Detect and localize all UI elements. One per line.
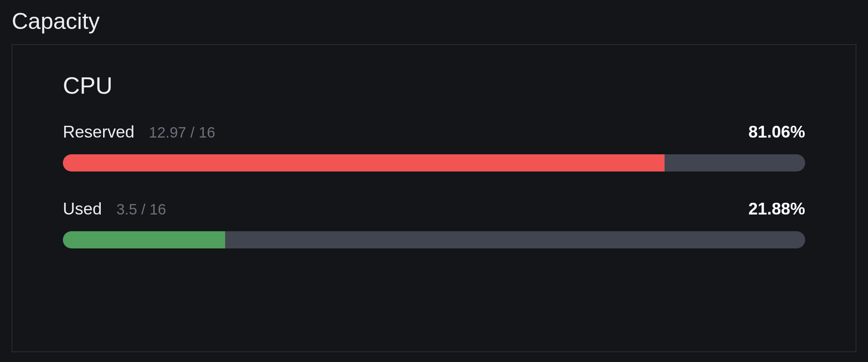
cpu-used-label: Used: [63, 200, 102, 219]
cpu-reserved-percent: 81.06%: [749, 123, 806, 142]
cpu-used-bar-fill: [63, 231, 225, 248]
cpu-reserved-row: Reserved 12.97 / 16 81.06%: [63, 123, 805, 171]
cpu-used-percent: 21.88%: [749, 200, 806, 219]
cpu-used-ratio: 3.5 / 16: [116, 201, 166, 218]
cpu-reserved-bar-fill: [63, 154, 665, 171]
resource-title-cpu: CPU: [63, 72, 805, 99]
cpu-reserved-bar-track: [63, 154, 805, 171]
cpu-used-row: Used 3.5 / 16 21.88%: [63, 200, 805, 248]
cpu-reserved-head-left: Reserved 12.97 / 16: [63, 123, 215, 142]
cpu-reserved-label: Reserved: [63, 123, 134, 142]
capacity-panel: CPU Reserved 12.97 / 16 81.06% Used 3.5 …: [12, 44, 856, 352]
cpu-used-head-left: Used 3.5 / 16: [63, 200, 166, 219]
cpu-used-bar-track: [63, 231, 805, 248]
cpu-reserved-ratio: 12.97 / 16: [149, 124, 215, 141]
cpu-reserved-head: Reserved 12.97 / 16 81.06%: [63, 123, 805, 142]
cpu-used-head: Used 3.5 / 16 21.88%: [63, 200, 805, 219]
section-title: Capacity: [12, 8, 856, 34]
